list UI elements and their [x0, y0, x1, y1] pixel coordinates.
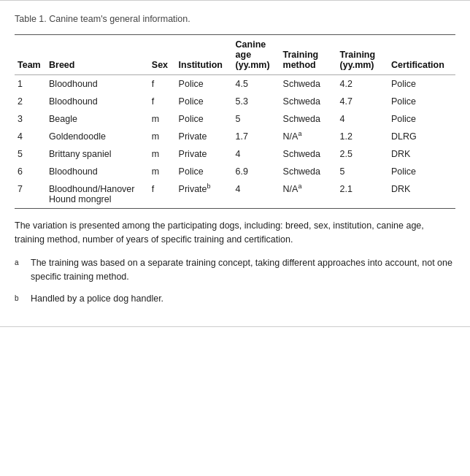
table-header-row: Team Breed Sex Institution Canine age (y…: [15, 35, 455, 75]
cell-training: 4: [337, 110, 388, 128]
cell-cert: Police: [388, 93, 455, 110]
cell-team: 5: [15, 145, 46, 163]
footnote-ref-b: b: [207, 183, 211, 190]
col-header-cert: Certification: [388, 35, 455, 75]
cell-institution: Private: [176, 145, 233, 163]
cell-breed: Bloodhound: [46, 75, 149, 93]
footnote-letter: a: [15, 256, 31, 269]
cell-method: Schweda: [280, 110, 337, 128]
col-header-sex: Sex: [149, 35, 176, 75]
summary-text: The variation is presented among the par…: [15, 219, 455, 247]
cell-breed: Brittany spaniel: [46, 145, 149, 163]
cell-age: 4: [233, 180, 280, 209]
cell-cert: Police: [388, 75, 455, 93]
cell-team: 7: [15, 180, 46, 209]
cell-age: 4: [233, 145, 280, 163]
cell-cert: Police: [388, 163, 455, 180]
col-header-breed: Breed: [46, 35, 149, 75]
cell-breed: Goldendoodle: [46, 128, 149, 145]
cell-cert: DLRG: [388, 128, 455, 145]
cell-breed: Bloodhound/HanoverHound mongrel: [46, 180, 149, 209]
cell-sex: f: [149, 75, 176, 93]
cell-method: Schweda: [280, 75, 337, 93]
cell-sex: f: [149, 93, 176, 110]
cell-sex: m: [149, 110, 176, 128]
col-header-method: Training method: [280, 35, 337, 75]
cell-method: N/Aa: [280, 180, 337, 209]
cell-training: 5: [337, 163, 388, 180]
footnote-ref-a: a: [298, 130, 301, 137]
cell-training: 4.2: [337, 75, 388, 93]
table-row: 3BeaglemPolice5Schweda4Police: [15, 110, 455, 128]
table-row: 6BloodhoundmPolice6.9Schweda5Police: [15, 163, 455, 180]
cell-breed: Beagle: [46, 110, 149, 128]
table-row: 5Brittany spanielmPrivate4Schweda2.5DRK: [15, 145, 455, 163]
col-header-age: Canine age (yy.mm): [233, 35, 280, 75]
cell-institution: Police: [176, 93, 233, 110]
cell-training: 2.1: [337, 180, 388, 209]
cell-training: 1.2: [337, 128, 388, 145]
cell-cert: DRK: [388, 180, 455, 209]
footnote-letter: b: [15, 292, 31, 304]
cell-method: Schweda: [280, 163, 337, 180]
cell-training: 4.7: [337, 93, 388, 110]
cell-method: N/Aa: [280, 128, 337, 145]
cell-team: 1: [15, 75, 46, 93]
footnote-text: Handled by a police dog handler.: [31, 292, 455, 306]
cell-age: 5.3: [233, 93, 280, 110]
table-row: 2BloodhoundfPolice5.3Schweda4.7Police: [15, 93, 455, 110]
table-row: 1BloodhoundfPolice4.5Schweda4.2Police: [15, 75, 455, 93]
page-container: Table 1. Canine team's general informati…: [0, 0, 470, 327]
cell-sex: f: [149, 180, 176, 209]
cell-institution: Police: [176, 110, 233, 128]
cell-institution: Private: [176, 128, 233, 145]
cell-institution: Police: [176, 75, 233, 93]
cell-sex: m: [149, 145, 176, 163]
cell-training: 2.5: [337, 145, 388, 163]
cell-age: 1.7: [233, 128, 280, 145]
table-row: 4GoldendoodlemPrivate1.7N/Aa1.2DLRG: [15, 128, 455, 145]
table-row: 7Bloodhound/HanoverHound mongrelfPrivate…: [15, 180, 455, 209]
cell-institution: Police: [176, 163, 233, 180]
cell-team: 2: [15, 93, 46, 110]
cell-breed: Bloodhound: [46, 93, 149, 110]
cell-breed: Bloodhound: [46, 163, 149, 180]
footnote-ref-a: a: [298, 183, 301, 190]
cell-sex: m: [149, 163, 176, 180]
cell-age: 4.5: [233, 75, 280, 93]
cell-team: 4: [15, 128, 46, 145]
cell-age: 5: [233, 110, 280, 128]
cell-age: 6.9: [233, 163, 280, 180]
cell-cert: DRK: [388, 145, 455, 163]
cell-team: 3: [15, 110, 46, 128]
col-header-institution: Institution: [176, 35, 233, 75]
cell-cert: Police: [388, 110, 455, 128]
footnote-section: The variation is presented among the par…: [15, 219, 455, 306]
cell-institution: Privateb: [176, 180, 233, 209]
cell-method: Schweda: [280, 145, 337, 163]
footnote-item: aThe training was based on a separate tr…: [15, 256, 455, 285]
cell-team: 6: [15, 163, 46, 180]
data-table: Team Breed Sex Institution Canine age (y…: [15, 34, 455, 209]
footnote-text: The training was based on a separate tra…: [31, 256, 455, 285]
cell-method: Schweda: [280, 93, 337, 110]
cell-sex: m: [149, 128, 176, 145]
col-header-training: Training (yy.mm): [337, 35, 388, 75]
col-header-team: Team: [15, 35, 46, 75]
footnote-item: bHandled by a police dog handler.: [15, 292, 455, 306]
table-title: Table 1. Canine team's general informati…: [15, 14, 455, 24]
